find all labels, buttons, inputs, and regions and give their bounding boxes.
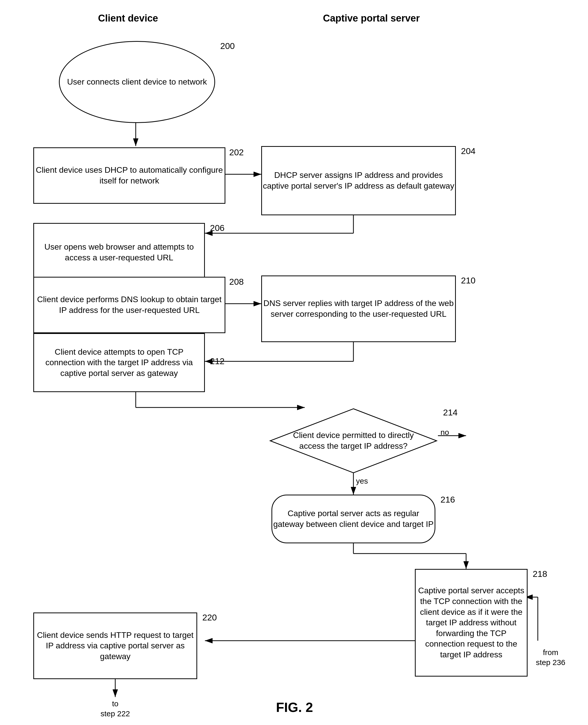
step-204-label: 204 — [461, 146, 476, 156]
step-208-label: 208 — [229, 277, 244, 287]
node-208: Client device performs DNS lookup to obt… — [33, 277, 225, 333]
node-212: Client device attempts to open TCP conne… — [33, 333, 205, 392]
step-210-label: 210 — [461, 276, 476, 285]
diagram-container: Client device Captive portal server User… — [0, 0, 588, 725]
node-204: DHCP server assigns IP address and provi… — [261, 146, 456, 215]
captive-portal-header: Captive portal server — [269, 13, 474, 24]
fig-caption: FIG. 2 — [205, 700, 384, 715]
step-200-label: 200 — [220, 41, 235, 51]
to-step-222: to step 222 — [87, 697, 143, 720]
step-206-label: 206 — [210, 223, 225, 233]
node-200: User connects client device to network — [59, 41, 215, 123]
step-214-label: 214 — [443, 407, 458, 418]
no-label: no — [440, 428, 449, 437]
node-210: DNS server replies with target IP addres… — [261, 276, 456, 342]
yes-label: yes — [356, 477, 368, 485]
step-202-label: 202 — [229, 147, 244, 157]
step-218-label: 218 — [533, 569, 547, 579]
step-220-label: 220 — [202, 612, 217, 623]
node-214: Client device permitted to directly acce… — [269, 407, 438, 474]
node-206: User opens web browser and attempts to a… — [33, 223, 205, 282]
node-220: Client device sends HTTP request to targ… — [33, 612, 197, 679]
node-218: Captive portal server accepts the TCP co… — [415, 569, 528, 677]
node-202: Client device uses DHCP to automatically… — [33, 147, 225, 204]
step-216-label: 216 — [440, 495, 455, 505]
from-step-236: from step 236 — [520, 646, 581, 669]
node-216: Captive portal server acts as regular ga… — [271, 495, 435, 543]
step-212-label: 212 — [210, 356, 225, 366]
client-device-header: Client device — [51, 13, 205, 24]
